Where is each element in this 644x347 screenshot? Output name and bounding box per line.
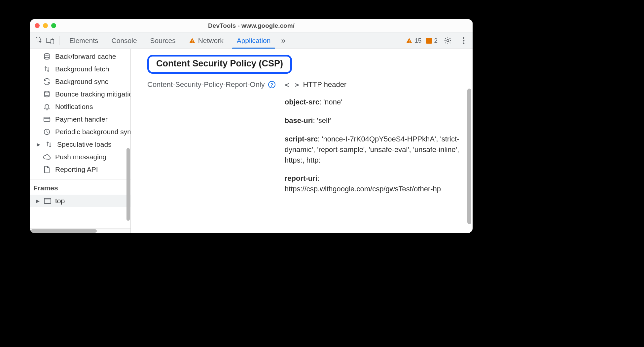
sidebar-item-bounce-tracking[interactable]: Bounce tracking mitigations <box>30 88 130 100</box>
svg-rect-8 <box>429 39 429 41</box>
database-icon <box>43 90 51 98</box>
tab-elements[interactable]: Elements <box>63 32 105 49</box>
svg-rect-6 <box>409 42 410 42</box>
issue-icon <box>426 38 432 44</box>
main-vertical-scrollbar[interactable] <box>467 89 471 224</box>
close-window-button[interactable] <box>35 23 40 28</box>
csp-heading: Content Security Policy (CSP) <box>156 58 283 69</box>
application-sidebar: Back/forward cache Background fetch Back… <box>30 49 131 233</box>
devtools-body: Back/forward cache Background fetch Back… <box>30 49 473 233</box>
tab-console[interactable]: Console <box>105 32 144 49</box>
tab-label: Network <box>198 37 224 45</box>
issues-count: 2 <box>434 37 438 44</box>
toolbar-separator <box>59 36 59 45</box>
warnings-count: 15 <box>414 37 421 44</box>
warning-icon <box>189 37 196 44</box>
tabs-overflow-button[interactable]: » <box>277 32 289 49</box>
csp-report-row: Content-Security-Policy-Report-Only ? < … <box>147 80 463 202</box>
csp-heading-highlight: Content Security Policy (CSP) <box>147 55 292 74</box>
svg-rect-3 <box>192 40 193 41</box>
sidebar-horizontal-scrollbar-thumb[interactable] <box>31 229 97 233</box>
frames-top-row[interactable]: ▶ top <box>30 195 130 207</box>
warning-icon <box>406 37 412 44</box>
sidebar-vertical-scrollbar[interactable] <box>126 148 130 221</box>
sync-icon <box>43 77 51 86</box>
csp-directive: base-uri: 'self' <box>285 115 463 126</box>
csp-directive-name: base-uri <box>285 116 313 125</box>
credit-card-icon <box>43 115 51 124</box>
sidebar-item-label: Periodic background sync <box>55 128 130 136</box>
sidebar-horizontal-scrollbar-track[interactable] <box>30 228 130 233</box>
transfer-icon <box>45 140 53 149</box>
tab-label: Console <box>112 37 137 45</box>
csp-source-row: < > HTTP header <box>285 80 463 89</box>
frame-icon <box>43 197 52 205</box>
warnings-badge[interactable]: 15 <box>406 37 421 44</box>
csp-directive: object-src: 'none' <box>285 97 463 107</box>
sidebar-item-label: Background sync <box>55 78 108 86</box>
help-icon[interactable]: ? <box>268 81 275 88</box>
code-brackets-icon: < > <box>285 81 300 89</box>
window-title: DevTools - www.google.com/ <box>30 22 473 29</box>
svg-point-15 <box>45 91 50 93</box>
csp-directive-name: script-src <box>285 135 318 143</box>
cloud-icon <box>43 153 51 161</box>
svg-rect-16 <box>44 117 50 122</box>
minimize-window-button[interactable] <box>43 23 48 28</box>
zoom-window-button[interactable] <box>51 23 56 28</box>
issues-badge[interactable]: 2 <box>426 37 438 44</box>
svg-rect-2 <box>51 39 54 44</box>
tab-sources[interactable]: Sources <box>144 32 182 49</box>
devtools-toolbar: Elements Console Sources Network Applica… <box>30 32 473 49</box>
svg-rect-19 <box>44 198 51 204</box>
sidebar-item-background-sync[interactable]: Background sync <box>30 75 130 88</box>
inspect-element-icon[interactable] <box>33 35 45 46</box>
svg-point-13 <box>463 42 465 44</box>
tab-label: Sources <box>150 37 176 45</box>
application-main: Content Security Policy (CSP) Content-Se… <box>131 49 473 233</box>
sidebar-item-label: Back/forward cache <box>55 53 116 60</box>
sidebar-item-push-messaging[interactable]: Push messaging <box>30 151 130 163</box>
sidebar-item-label: Notifications <box>55 103 93 111</box>
csp-directive: report-uri: https://csp.withgoogle.com/c… <box>285 173 463 194</box>
svg-point-12 <box>463 40 465 41</box>
csp-directive-value: 'none' <box>323 98 342 106</box>
csp-directive-name: object-src <box>285 98 319 106</box>
sidebar-item-background-fetch[interactable]: Background fetch <box>30 63 130 75</box>
svg-point-14 <box>45 54 50 56</box>
svg-rect-4 <box>192 42 193 42</box>
sidebar-list: Back/forward cache Background fetch Back… <box>30 49 130 176</box>
sidebar-scroll: Back/forward cache Background fetch Back… <box>30 49 130 228</box>
csp-directive-name: report-uri <box>285 174 317 182</box>
csp-directive-value: https://csp.withgoogle.com/csp/gwsTest/o… <box>285 185 441 193</box>
sidebar-item-reporting-api[interactable]: Reporting API <box>30 163 130 176</box>
sidebar-item-notifications[interactable]: Notifications <box>30 100 130 113</box>
sidebar-item-label: Bounce tracking mitigations <box>55 90 130 98</box>
sidebar-item-label: Speculative loads <box>57 140 112 148</box>
devtools-window: DevTools - www.google.com/ Elements Cons… <box>30 19 473 233</box>
sidebar-item-periodic-sync[interactable]: Periodic background sync <box>30 126 130 138</box>
sidebar-item-label: Payment handler <box>55 115 108 123</box>
sidebar-item-bfcache[interactable]: Back/forward cache <box>30 50 130 63</box>
tab-network[interactable]: Network <box>182 32 230 49</box>
sidebar-item-label: Background fetch <box>55 65 109 73</box>
tab-label: Application <box>237 37 271 45</box>
transfer-icon <box>43 65 51 73</box>
toolbar-status: 15 2 <box>406 35 469 46</box>
settings-button[interactable] <box>442 35 453 46</box>
bell-icon <box>43 102 51 111</box>
tab-application[interactable]: Application <box>230 32 277 49</box>
frames-top-label: top <box>55 197 65 205</box>
device-toolbar-icon[interactable] <box>45 35 56 46</box>
sidebar-item-label: Push messaging <box>55 153 106 161</box>
sidebar-item-speculative-loads[interactable]: ▶ Speculative loads <box>30 138 130 151</box>
sidebar-item-payment-handler[interactable]: Payment handler <box>30 113 130 126</box>
more-options-button[interactable] <box>458 35 469 46</box>
panel-tabs: Elements Console Sources Network Applica… <box>63 32 290 49</box>
csp-header-name: Content-Security-Policy-Report-Only <box>147 80 265 89</box>
svg-point-10 <box>447 39 449 41</box>
document-icon <box>43 165 51 174</box>
window-controls <box>35 23 56 28</box>
tab-label: Elements <box>69 37 98 45</box>
csp-directive: script-src: 'nonce-I-7rK04QpY5oeS4-HPPkh… <box>285 134 463 166</box>
